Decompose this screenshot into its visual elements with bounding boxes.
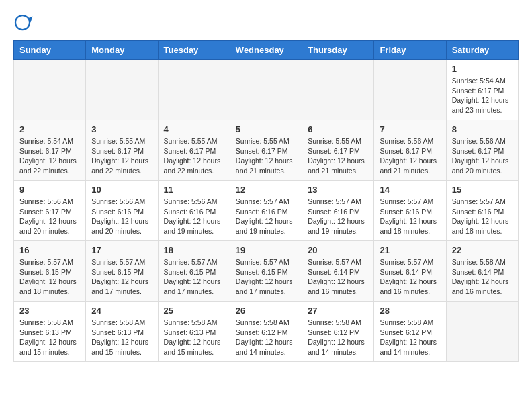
calendar-header-cell: Tuesday (158, 41, 230, 60)
day-number: 16 (19, 245, 80, 255)
calendar-day-cell (86, 60, 158, 120)
day-number: 18 (164, 245, 224, 255)
calendar-day-cell (446, 302, 518, 362)
calendar-day-cell: 6Sunrise: 5:55 AM Sunset: 6:17 PM Daylig… (302, 120, 374, 181)
day-number: 7 (380, 124, 440, 134)
calendar-day-cell: 17Sunrise: 5:57 AM Sunset: 6:15 PM Dayli… (86, 241, 158, 302)
day-number: 26 (236, 306, 296, 316)
calendar-week-row: 2Sunrise: 5:54 AM Sunset: 6:17 PM Daylig… (14, 120, 519, 181)
calendar-day-cell: 24Sunrise: 5:58 AM Sunset: 6:13 PM Dayli… (86, 302, 158, 362)
calendar-body: 1Sunrise: 5:54 AM Sunset: 6:17 PM Daylig… (14, 60, 519, 362)
day-number: 12 (236, 185, 296, 195)
day-number: 1 (452, 64, 513, 74)
day-info: Sunrise: 5:55 AM Sunset: 6:17 PM Dayligh… (164, 136, 224, 176)
day-number: 28 (380, 306, 440, 316)
calendar-day-cell: 15Sunrise: 5:57 AM Sunset: 6:16 PM Dayli… (446, 181, 518, 241)
day-info: Sunrise: 5:57 AM Sunset: 6:15 PM Dayligh… (236, 257, 296, 297)
day-info: Sunrise: 5:58 AM Sunset: 6:14 PM Dayligh… (452, 257, 513, 297)
calendar-day-cell: 25Sunrise: 5:58 AM Sunset: 6:13 PM Dayli… (158, 302, 230, 362)
day-info: Sunrise: 5:58 AM Sunset: 6:13 PM Dayligh… (91, 318, 152, 357)
day-number: 24 (91, 306, 152, 316)
calendar-day-cell: 13Sunrise: 5:57 AM Sunset: 6:16 PM Dayli… (302, 181, 374, 241)
logo-icon (13, 13, 34, 34)
calendar-day-cell (158, 60, 230, 120)
calendar-day-cell (302, 60, 374, 120)
day-number: 27 (308, 306, 368, 316)
day-info: Sunrise: 5:56 AM Sunset: 6:17 PM Dayligh… (452, 136, 513, 176)
day-number: 15 (452, 185, 513, 195)
calendar-header-cell: Monday (86, 41, 158, 60)
calendar-day-cell: 22Sunrise: 5:58 AM Sunset: 6:14 PM Dayli… (446, 241, 518, 302)
calendar-day-cell: 28Sunrise: 5:58 AM Sunset: 6:12 PM Dayli… (374, 302, 446, 362)
calendar-week-row: 9Sunrise: 5:56 AM Sunset: 6:17 PM Daylig… (14, 181, 519, 241)
calendar-day-cell: 18Sunrise: 5:57 AM Sunset: 6:15 PM Dayli… (158, 241, 230, 302)
svg-point-0 (15, 15, 30, 30)
calendar-day-cell: 5Sunrise: 5:55 AM Sunset: 6:17 PM Daylig… (230, 120, 302, 181)
calendar-day-cell: 23Sunrise: 5:58 AM Sunset: 6:13 PM Dayli… (14, 302, 86, 362)
day-info: Sunrise: 5:56 AM Sunset: 6:17 PM Dayligh… (19, 197, 80, 236)
calendar-header: SundayMondayTuesdayWednesdayThursdayFrid… (14, 41, 519, 60)
calendar-header-cell: Thursday (302, 41, 374, 60)
calendar-day-cell: 14Sunrise: 5:57 AM Sunset: 6:16 PM Dayli… (374, 181, 446, 241)
day-info: Sunrise: 5:56 AM Sunset: 6:17 PM Dayligh… (380, 136, 440, 176)
calendar-header-cell: Wednesday (230, 41, 302, 60)
calendar-day-cell: 21Sunrise: 5:57 AM Sunset: 6:14 PM Dayli… (374, 241, 446, 302)
day-info: Sunrise: 5:57 AM Sunset: 6:15 PM Dayligh… (164, 257, 224, 297)
day-info: Sunrise: 5:55 AM Sunset: 6:17 PM Dayligh… (91, 136, 152, 176)
day-number: 20 (308, 245, 368, 255)
day-number: 2 (19, 124, 80, 134)
calendar-day-cell: 11Sunrise: 5:56 AM Sunset: 6:16 PM Dayli… (158, 181, 230, 241)
day-info: Sunrise: 5:56 AM Sunset: 6:16 PM Dayligh… (91, 197, 152, 236)
day-number: 9 (19, 185, 80, 195)
day-info: Sunrise: 5:55 AM Sunset: 6:17 PM Dayligh… (308, 136, 368, 176)
calendar-day-cell: 12Sunrise: 5:57 AM Sunset: 6:16 PM Dayli… (230, 181, 302, 241)
day-info: Sunrise: 5:57 AM Sunset: 6:16 PM Dayligh… (452, 197, 513, 236)
day-info: Sunrise: 5:54 AM Sunset: 6:17 PM Dayligh… (19, 136, 80, 176)
logo (13, 13, 36, 34)
page-header (13, 13, 519, 34)
day-number: 23 (19, 306, 80, 316)
calendar-day-cell: 9Sunrise: 5:56 AM Sunset: 6:17 PM Daylig… (14, 181, 86, 241)
day-number: 8 (452, 124, 513, 134)
calendar-day-cell (374, 60, 446, 120)
day-number: 13 (308, 185, 368, 195)
calendar-week-row: 23Sunrise: 5:58 AM Sunset: 6:13 PM Dayli… (14, 302, 519, 362)
day-number: 6 (308, 124, 368, 134)
day-info: Sunrise: 5:55 AM Sunset: 6:17 PM Dayligh… (236, 136, 296, 176)
calendar-day-cell: 26Sunrise: 5:58 AM Sunset: 6:12 PM Dayli… (230, 302, 302, 362)
day-info: Sunrise: 5:58 AM Sunset: 6:13 PM Dayligh… (164, 318, 224, 357)
day-info: Sunrise: 5:57 AM Sunset: 6:16 PM Dayligh… (308, 197, 368, 236)
day-info: Sunrise: 5:54 AM Sunset: 6:17 PM Dayligh… (452, 76, 513, 116)
day-info: Sunrise: 5:57 AM Sunset: 6:15 PM Dayligh… (91, 257, 152, 297)
calendar-day-cell: 16Sunrise: 5:57 AM Sunset: 6:15 PM Dayli… (14, 241, 86, 302)
calendar-day-cell: 1Sunrise: 5:54 AM Sunset: 6:17 PM Daylig… (446, 60, 518, 120)
calendar-day-cell: 3Sunrise: 5:55 AM Sunset: 6:17 PM Daylig… (86, 120, 158, 181)
day-info: Sunrise: 5:57 AM Sunset: 6:14 PM Dayligh… (380, 257, 440, 297)
calendar-header-cell: Sunday (14, 41, 86, 60)
day-number: 4 (164, 124, 224, 134)
day-number: 10 (91, 185, 152, 195)
calendar-day-cell: 20Sunrise: 5:57 AM Sunset: 6:14 PM Dayli… (302, 241, 374, 302)
calendar-header-cell: Friday (374, 41, 446, 60)
calendar-week-row: 16Sunrise: 5:57 AM Sunset: 6:15 PM Dayli… (14, 241, 519, 302)
calendar-week-row: 1Sunrise: 5:54 AM Sunset: 6:17 PM Daylig… (14, 60, 519, 120)
day-number: 21 (380, 245, 440, 255)
day-info: Sunrise: 5:58 AM Sunset: 6:12 PM Dayligh… (308, 318, 368, 357)
day-number: 11 (164, 185, 224, 195)
day-info: Sunrise: 5:58 AM Sunset: 6:13 PM Dayligh… (19, 318, 80, 357)
calendar-header-row: SundayMondayTuesdayWednesdayThursdayFrid… (14, 41, 519, 60)
calendar-day-cell: 2Sunrise: 5:54 AM Sunset: 6:17 PM Daylig… (14, 120, 86, 181)
calendar-day-cell: 19Sunrise: 5:57 AM Sunset: 6:15 PM Dayli… (230, 241, 302, 302)
day-info: Sunrise: 5:58 AM Sunset: 6:12 PM Dayligh… (236, 318, 296, 357)
calendar-day-cell: 4Sunrise: 5:55 AM Sunset: 6:17 PM Daylig… (158, 120, 230, 181)
day-number: 19 (236, 245, 296, 255)
calendar-day-cell: 10Sunrise: 5:56 AM Sunset: 6:16 PM Dayli… (86, 181, 158, 241)
day-number: 17 (91, 245, 152, 255)
day-number: 22 (452, 245, 513, 255)
calendar-day-cell: 27Sunrise: 5:58 AM Sunset: 6:12 PM Dayli… (302, 302, 374, 362)
day-number: 25 (164, 306, 224, 316)
day-info: Sunrise: 5:57 AM Sunset: 6:14 PM Dayligh… (308, 257, 368, 297)
day-number: 3 (91, 124, 152, 134)
day-info: Sunrise: 5:57 AM Sunset: 6:16 PM Dayligh… (380, 197, 440, 236)
calendar-day-cell: 8Sunrise: 5:56 AM Sunset: 6:17 PM Daylig… (446, 120, 518, 181)
